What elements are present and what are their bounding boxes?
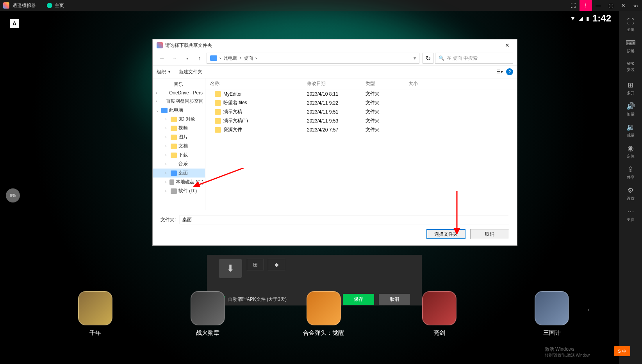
keyboard-icon: ⌨ (626, 39, 636, 47)
ime-indicator[interactable]: S 中 (614, 346, 630, 356)
folder-icon (210, 55, 217, 61)
game-icon (422, 291, 457, 325)
clock: 1:42 (592, 13, 611, 24)
page-indicator[interactable]: ‹ (588, 306, 590, 313)
sidebar-volume-down[interactable]: 🔉减量 (621, 120, 640, 140)
sidebar-volume-up[interactable]: 🔊加量 (621, 99, 640, 119)
nav-forward-button[interactable]: → (169, 53, 180, 64)
volume-up-icon: 🔊 (626, 102, 635, 110)
file-row[interactable]: MyEditor2023/4/10 8:11文件夹 (205, 89, 517, 98)
sidebar-share[interactable]: ⇪共享 (621, 162, 640, 183)
column-date[interactable]: 修改日期 (307, 80, 366, 87)
tab-label: 主页 (55, 2, 64, 9)
tree-item[interactable]: ›图片 (153, 133, 205, 142)
folder-label: 文件夹: (160, 217, 176, 223)
android-status-bar: ▼ ◢ ▮ 1:42 (570, 13, 611, 24)
maximize-button[interactable]: ▢ (605, 0, 617, 11)
game-item[interactable]: 千年 (78, 291, 112, 337)
select-folder-button[interactable]: 选择文件夹 (426, 229, 465, 239)
wifi-icon: ▼ (570, 15, 576, 21)
signal-icon: ◢ (579, 15, 583, 21)
tab-home[interactable]: 主页 (42, 1, 69, 11)
tree-item[interactable]: ›文档 (153, 142, 205, 151)
tree-item[interactable]: ›桌面 (153, 169, 205, 178)
windows-activation-watermark: 激活 Windows 转到"设置"以激活 Window (545, 346, 590, 358)
multi-icon: ⊞ (628, 81, 633, 89)
file-row[interactable]: 演示文稿(1)2023/4/11 9:53文件夹 (205, 116, 517, 125)
file-row[interactable]: 资源文件2023/4/20 7:57文件夹 (205, 125, 517, 134)
tree-item[interactable]: ›下载 (153, 151, 205, 160)
sidebar-keymap[interactable]: ⌨按键 (621, 36, 640, 56)
apk-icon: APK (626, 62, 634, 66)
game-item[interactable]: 合金弹头：觉醒 (303, 291, 344, 337)
share-icon: ⇪ (628, 165, 633, 174)
minimize-button[interactable]: — (592, 0, 605, 11)
search-icon: 🔍 (439, 55, 444, 61)
dialog-toolbar: 组织▼ 新建文件夹 ☰▾ ? (153, 65, 517, 78)
fullscreen-icon[interactable]: ⛶ (567, 0, 580, 11)
sidebar-settings[interactable]: ⚙设置 (621, 183, 640, 204)
tree-item[interactable]: ›百度网盘同步空间 (153, 97, 205, 106)
download-icon: ⬇ (219, 259, 242, 278)
game-icon (78, 291, 112, 325)
close-button[interactable]: ✕ (617, 0, 630, 11)
file-dialog: 请选择下载共享文件夹 ✕ ← → ▾ ↑ › 此电脑 › 桌面 › ▾ ↻ 🔍 … (152, 39, 517, 246)
gear-icon: ⚙ (628, 186, 634, 195)
game-icon (191, 291, 225, 325)
location-icon: ◉ (628, 144, 634, 153)
view-options-button[interactable]: ☰▾ (496, 69, 503, 75)
dialog-titlebar: 请选择下载共享文件夹 ✕ (153, 39, 517, 51)
organize-menu[interactable]: 组织▼ (157, 69, 171, 75)
breadcrumb[interactable]: › 此电脑 › 桌面 › ▾ (207, 53, 419, 64)
tree-item[interactable]: ›软件 (D:) (153, 186, 205, 195)
column-size[interactable]: 大小 (408, 80, 440, 87)
sidebar-multi[interactable]: ⊞多开 (621, 78, 640, 98)
folder-tree[interactable]: 音乐›OneDrive - Pers›百度网盘同步空间⌄此电脑›3D 对象›视频… (153, 78, 205, 210)
sidebar-location[interactable]: ◉定位 (621, 141, 640, 162)
column-type[interactable]: 类型 (366, 80, 408, 87)
tree-item[interactable]: ›本地磁盘 (C:) (153, 178, 205, 186)
nav-recent-button[interactable]: ▾ (182, 53, 193, 64)
refresh-button[interactable]: ↻ (423, 53, 433, 64)
more-button[interactable]: «‹ (630, 0, 642, 11)
nav-back-button[interactable]: ← (157, 53, 168, 64)
home-icon (47, 3, 52, 8)
android-icon[interactable]: ◆ (268, 259, 285, 270)
search-input[interactable]: 🔍 在 桌面 中搜索 (435, 53, 513, 64)
titlebar: 逍遥模拟器 主页 ⛶ ! — ▢ ✕ «‹ (0, 0, 642, 11)
more-icon: ⋯ (627, 207, 634, 216)
game-item[interactable]: 亮剑 (422, 291, 457, 337)
tree-item[interactable]: ›音乐 (153, 160, 205, 169)
file-row[interactable]: 演示文稿2023/4/11 9:51文件夹 (205, 107, 517, 116)
windows-icon[interactable]: ⊞ (247, 259, 264, 270)
help-icon[interactable]: ? (506, 68, 513, 75)
games-row: 千年 战火勋章 合金弹头：觉醒 亮剑 三国计 (78, 291, 569, 337)
game-icon (535, 291, 569, 325)
sidebar-fullscreen[interactable]: ⛶全屏 (621, 15, 640, 35)
accessibility-icon[interactable]: A (10, 19, 19, 28)
warning-icon[interactable]: ! (580, 0, 592, 11)
game-item[interactable]: 三国计 (535, 291, 569, 337)
sidebar-more[interactable]: ⋯更多 (621, 204, 640, 225)
tree-item[interactable]: ›OneDrive - Pers (153, 89, 205, 97)
right-sidebar: ⛶全屏 ⌨按键 APK安装 ⊞多开 🔊加量 🔉减量 ◉定位 ⇪共享 ⚙设置 ⋯更… (619, 11, 642, 364)
app-name: 逍遥模拟器 (12, 2, 36, 9)
folder-name-input[interactable] (180, 215, 509, 224)
tree-item[interactable]: ›视频 (153, 124, 205, 133)
dialog-cancel-button[interactable]: 取消 (470, 229, 509, 239)
dialog-close-button[interactable]: ✕ (501, 42, 513, 48)
file-list: 名称 修改日期 类型 大小 MyEditor2023/4/10 8:11文件夹盼… (205, 78, 517, 210)
sidebar-install[interactable]: APK安装 (621, 57, 640, 77)
download-progress[interactable]: 6% (6, 188, 20, 202)
file-list-header: 名称 修改日期 类型 大小 (205, 78, 517, 89)
file-row[interactable]: 盼望着.files2023/4/11 9:22文件夹 (205, 98, 517, 107)
tree-item[interactable]: ›3D 对象 (153, 115, 205, 124)
tree-item[interactable]: 音乐 (153, 80, 205, 89)
battery-icon: ▮ (586, 15, 589, 21)
tree-item[interactable]: ⌄此电脑 (153, 106, 205, 115)
new-folder-button[interactable]: 新建文件夹 (179, 69, 202, 75)
volume-down-icon: 🔉 (626, 123, 635, 131)
column-name[interactable]: 名称 (205, 80, 307, 87)
nav-up-button[interactable]: ↑ (194, 53, 205, 64)
game-item[interactable]: 战火勋章 (191, 291, 225, 337)
